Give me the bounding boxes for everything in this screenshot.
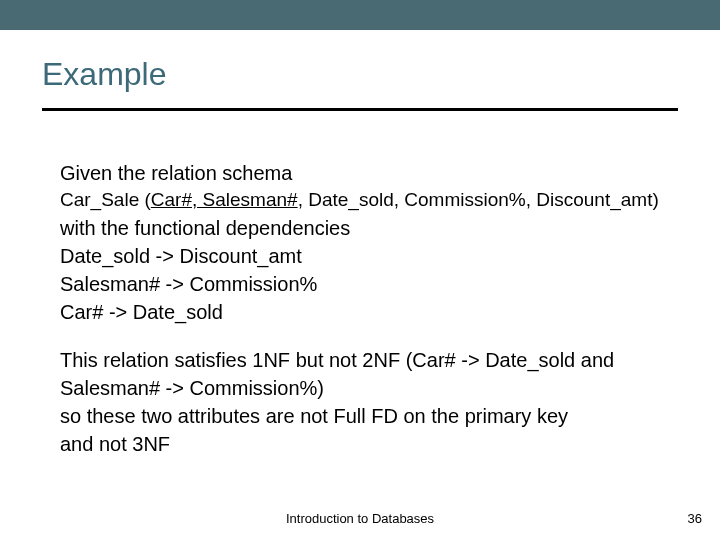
- body-line: with the functional dependencies: [60, 215, 678, 241]
- page-number: 36: [688, 511, 702, 526]
- body-line: and not 3NF: [60, 431, 678, 457]
- body-line: Salesman# -> Commission%): [60, 375, 678, 401]
- paragraph-2: This relation satisfies 1NF but not 2NF …: [60, 347, 678, 457]
- fd-line: Date_sold -> Discount_amt: [60, 243, 678, 269]
- schema-rest: , Date_sold, Commission%, Discount_amt): [298, 189, 659, 210]
- slide-title: Example: [42, 56, 167, 93]
- body-line: This relation satisfies 1NF but not 2NF …: [60, 347, 678, 373]
- schema-primary-key: Car#, Salesman#: [151, 189, 298, 210]
- schema-line: Car_Sale (Car#, Salesman#, Date_sold, Co…: [60, 188, 678, 213]
- body-line: so these two attributes are not Full FD …: [60, 403, 678, 429]
- slide: Example Given the relation schema Car_Sa…: [0, 0, 720, 540]
- title-underline: [42, 108, 678, 111]
- body-line: Given the relation schema: [60, 160, 678, 186]
- slide-body: Given the relation schema Car_Sale (Car#…: [60, 160, 678, 459]
- schema-prefix: Car_Sale (: [60, 189, 151, 210]
- footer-text: Introduction to Databases: [0, 511, 720, 526]
- fd-line: Salesman# -> Commission%: [60, 271, 678, 297]
- fd-line: Car# -> Date_sold: [60, 299, 678, 325]
- top-bar: [0, 0, 720, 30]
